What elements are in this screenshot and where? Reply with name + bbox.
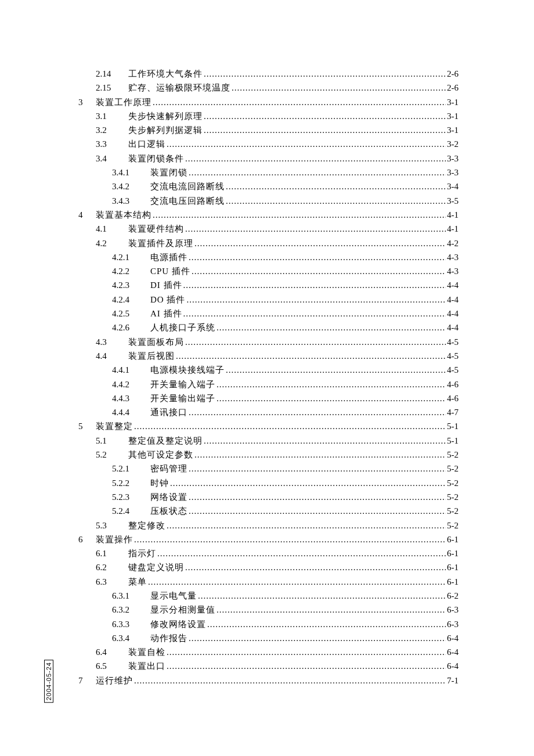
- toc-entry-title: CPU 插件: [150, 264, 190, 278]
- toc-entry-title: 装置面板布局: [128, 335, 184, 349]
- toc-entry-page: 4-5: [447, 349, 459, 363]
- toc-entry: 2.15贮存、运输极限环境温度2-6: [78, 81, 459, 95]
- toc-entry: 6.3.2显示分相测量值6-3: [78, 603, 459, 617]
- toc-entry-number: 4.2.4: [112, 293, 150, 307]
- toc-entry: 4.3装置面板布局4-5: [78, 335, 459, 349]
- toc-entry-title: 人机接口子系统: [150, 321, 215, 334]
- toc-entry-number: 3.2: [96, 123, 128, 137]
- toc-entry-title: 开关量输入端子: [150, 377, 215, 391]
- toc-entry-title: DO 插件: [150, 293, 185, 307]
- toc-entry: 6.3菜单6-1: [78, 575, 459, 589]
- toc-entry: 6.3.4动作报告6-4: [78, 631, 459, 645]
- toc-entry-page: 5-2: [447, 462, 459, 476]
- toc-leader-dots: [167, 659, 446, 673]
- toc-leader-dots: [134, 419, 446, 433]
- toc-entry-page: 4-4: [447, 278, 459, 292]
- toc-leader-dots: [167, 519, 446, 532]
- toc-entry-number: 5.3: [96, 519, 128, 532]
- toc-entry-page: 3-3: [447, 165, 459, 179]
- toc-entry-title: 出口逻辑: [128, 137, 165, 151]
- toc-leader-dots: [157, 546, 446, 560]
- toc-entry-page: 6-1: [447, 546, 459, 560]
- toc-leader-dots: [189, 250, 446, 264]
- toc-entry-title: 失步解列判据逻辑: [128, 123, 203, 137]
- toc-entry: 6装置操作6-1: [78, 532, 459, 546]
- toc-leader-dots: [217, 603, 446, 617]
- toc-entry-page: 5-2: [447, 490, 459, 504]
- toc-entry-number: 5.2: [96, 448, 128, 462]
- toc-leader-dots: [198, 589, 446, 603]
- toc-entry: 6.4装置自检6-4: [78, 645, 459, 659]
- toc-entry-number: 6.3.2: [112, 603, 150, 617]
- toc-entry-page: 2-6: [447, 81, 459, 95]
- toc-entry-page: 5-1: [447, 434, 459, 448]
- toc-entry-page: 3-5: [447, 194, 459, 208]
- toc-entry-page: 4-3: [447, 250, 459, 264]
- toc-entry-title: 装置整定: [96, 419, 133, 433]
- toc-entry-number: 4.4: [96, 349, 128, 363]
- toc-leader-dots: [153, 95, 446, 109]
- toc-entry: 4.4.4通讯接口4-7: [78, 405, 459, 419]
- toc-entry: 3.4装置闭锁条件3-3: [78, 152, 459, 165]
- toc-leader-dots: [185, 560, 446, 574]
- toc-entry-number: 6.1: [96, 546, 128, 560]
- toc-entry-page: 5-1: [447, 419, 459, 433]
- toc-entry: 3.4.3交流电压回路断线3-5: [78, 194, 459, 208]
- toc-entry-page: 3-4: [447, 179, 459, 193]
- toc-entry-title: 交流电流回路断线: [150, 179, 225, 193]
- toc-entry-number: 6.3: [96, 575, 128, 589]
- toc-entry-number: 4: [78, 208, 96, 222]
- toc-leader-dots: [217, 377, 446, 391]
- toc-entry-title: 密码管理: [150, 462, 187, 476]
- toc-entry-number: 4.4.2: [112, 377, 150, 391]
- toc-entry-title: 装置闭锁: [150, 165, 187, 179]
- toc-entry-number: 5.2.4: [112, 504, 150, 518]
- toc-entry-title: 装置出口: [128, 659, 165, 673]
- toc-entry-page: 4-3: [447, 264, 459, 278]
- toc-leader-dots: [194, 236, 446, 250]
- toc-entry-page: 6-3: [447, 603, 459, 617]
- toc-entry-title: 显示分相测量值: [150, 603, 215, 617]
- toc-entry: 4.1装置硬件结构4-1: [78, 222, 459, 236]
- toc-leader-dots: [204, 434, 446, 448]
- toc-entry-title: 工作环境大气条件: [128, 67, 203, 81]
- toc-entry: 6.3.1显示电气量6-2: [78, 589, 459, 603]
- toc-entry-number: 4.3: [96, 335, 128, 349]
- toc-entry-number: 6: [78, 532, 96, 546]
- toc-entry: 7运行维护7-1: [78, 674, 459, 687]
- toc-entry-number: 4.2.6: [112, 321, 150, 334]
- toc-entry: 3.1失步快速解列原理3-1: [78, 109, 459, 123]
- toc-entry-title: AI 插件: [150, 307, 182, 321]
- toc-entry-title: 压板状态: [150, 504, 187, 518]
- toc-leader-dots: [176, 349, 446, 363]
- toc-entry-page: 6-1: [447, 560, 459, 574]
- toc-entry-title: 显示电气量: [150, 589, 197, 603]
- toc-entry-title: 装置操作: [96, 532, 133, 546]
- toc-entry: 5.2.4压板状态5-2: [78, 504, 459, 518]
- toc-entry-page: 4-2: [447, 236, 459, 250]
- toc-entry-page: 7-1: [447, 674, 459, 687]
- toc-entry-page: 6-4: [447, 659, 459, 673]
- toc-entry: 4.2.6人机接口子系统4-4: [78, 321, 459, 334]
- toc-leader-dots: [204, 123, 446, 137]
- toc-entry: 4.2装置插件及原理4-2: [78, 236, 459, 250]
- toc-entry-page: 6-1: [447, 532, 459, 546]
- toc-entry-title: 失步快速解列原理: [128, 109, 203, 123]
- toc-leader-dots: [226, 363, 446, 377]
- toc-entry-number: 6.2: [96, 560, 128, 574]
- toc-entry-page: 3-3: [447, 152, 459, 165]
- toc-entry-page: 4-6: [447, 391, 459, 405]
- table-of-contents: 2.14工作环境大气条件2-62.15贮存、运输极限环境温度2-63装置工作原理…: [78, 67, 459, 687]
- toc-entry-title: 指示灯: [128, 546, 156, 560]
- toc-entry: 2.14工作环境大气条件2-6: [78, 67, 459, 81]
- toc-entry-number: 3.4.2: [112, 179, 150, 193]
- toc-entry: 4.4装置后视图4-5: [78, 349, 459, 363]
- toc-entry: 3.3出口逻辑3-2: [78, 137, 459, 151]
- toc-entry-page: 2-6: [447, 67, 459, 81]
- toc-entry-title: 开关量输出端子: [150, 391, 215, 405]
- toc-entry-title: 电源插件: [150, 250, 187, 264]
- toc-entry: 3装置工作原理3-1: [78, 95, 459, 109]
- toc-leader-dots: [217, 391, 446, 405]
- toc-entry-title: 运行维护: [96, 674, 133, 687]
- toc-leader-dots: [185, 152, 446, 165]
